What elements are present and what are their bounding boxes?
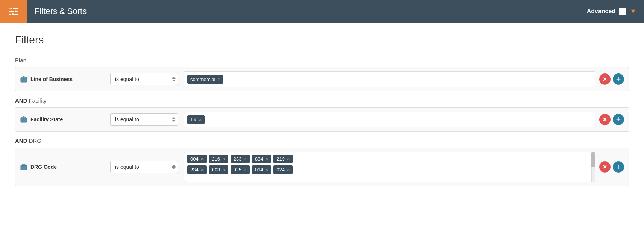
tag-tx-remove[interactable]: ×	[199, 117, 202, 122]
facility-state-operator-select[interactable]: is equal to is not equal to contains	[110, 113, 178, 126]
drg-tags-row-1: 004× 216× 233× 834× 219×	[187, 155, 592, 163]
group-drg-text: DRG	[29, 138, 41, 144]
cube-icon-drg	[20, 163, 27, 171]
tag-024-remove[interactable]: ×	[287, 167, 290, 172]
divider	[15, 49, 629, 49]
facility-state-operator-wrap[interactable]: is equal to is not equal to contains	[110, 113, 178, 126]
tag-commercial-text: commercial	[190, 77, 215, 82]
header-icon-box	[0, 0, 27, 23]
field-label-lob: Line of Business	[20, 75, 103, 83]
tag-233: 233×	[231, 155, 250, 163]
tag-234-remove[interactable]: ×	[201, 167, 204, 172]
lob-field-text: Line of Business	[30, 76, 73, 82]
tag-234: 234×	[187, 165, 207, 174]
tag-014-remove[interactable]: ×	[266, 167, 269, 172]
tag-219: 219×	[273, 155, 293, 163]
group-label-drg: AND DRG	[15, 138, 629, 144]
tag-216-remove[interactable]: ×	[222, 156, 225, 161]
svg-point-4	[15, 10, 17, 13]
drg-code-action-buttons: × +	[599, 161, 624, 173]
tag-834: 834×	[252, 155, 271, 163]
tag-219-remove[interactable]: ×	[287, 156, 290, 161]
facility-state-remove-button[interactable]: ×	[599, 114, 611, 125]
drg-tags-rows: 004× 216× 233× 834× 219× 234× 003× 025× …	[184, 152, 595, 176]
tag-commercial: commercial ×	[187, 75, 223, 84]
facility-state-add-button[interactable]: +	[613, 114, 624, 125]
cube-icon-facility	[20, 116, 27, 123]
tag-commercial-remove[interactable]: ×	[217, 77, 220, 82]
facility-state-action-buttons: × +	[599, 114, 624, 125]
svg-point-5	[12, 13, 14, 15]
tag-004-remove[interactable]: ×	[201, 156, 204, 161]
drg-code-field-text: DRG Code	[30, 164, 57, 170]
lob-operator-select[interactable]: is equal to is not equal to contains	[110, 73, 178, 85]
tag-233-remove[interactable]: ×	[244, 156, 247, 161]
drg-code-add-button[interactable]: +	[613, 161, 624, 173]
group-label-facility: AND Facility	[15, 97, 629, 104]
drg-code-operator-wrap[interactable]: is equal to is not equal to contains	[110, 161, 178, 173]
header: Filters & Sorts Advanced ▼	[0, 0, 644, 23]
drg-code-tags-area[interactable]: 004× 216× 233× 834× 219× 234× 003× 025× …	[184, 152, 595, 182]
lob-tags-area[interactable]: commercial ×	[184, 71, 595, 87]
filter-row-drg-code: DRG Code is equal to is not equal to con…	[15, 148, 629, 186]
header-dropdown-arrow-icon[interactable]: ▼	[630, 8, 636, 15]
facility-state-field-text: Facility State	[30, 116, 63, 122]
facility-state-tags-area[interactable]: TX ×	[184, 112, 595, 127]
group-facility-text: Facility	[29, 97, 47, 104]
advanced-label: Advanced	[587, 8, 615, 15]
lob-operator-wrap[interactable]: is equal to is not equal to contains	[110, 73, 178, 85]
tag-834-remove[interactable]: ×	[266, 156, 269, 161]
field-label-facility-state: Facility State	[20, 116, 103, 123]
filter-row-line-of-business: Line of Business is equal to is not equa…	[15, 67, 629, 91]
drg-code-remove-button[interactable]: ×	[599, 161, 611, 173]
tag-003-remove[interactable]: ×	[222, 167, 225, 172]
cube-icon-lob	[20, 75, 27, 83]
main-content: Filters Plan Line of Business is equal t…	[0, 23, 644, 248]
lob-action-buttons: × +	[599, 73, 624, 85]
sliders-icon	[8, 5, 20, 17]
tag-tx: TX ×	[187, 115, 205, 124]
group-facility-and: AND	[15, 97, 27, 104]
header-title: Filters & Sorts	[35, 6, 587, 16]
drg-scrollbar-track[interactable]	[591, 152, 595, 182]
tag-014: 014×	[252, 165, 271, 174]
drg-scrollbar-thumb[interactable]	[591, 152, 595, 167]
tag-003: 003×	[209, 165, 228, 174]
group-plan-text: Plan	[15, 57, 26, 63]
filters-title: Filters	[15, 34, 629, 46]
lob-add-button[interactable]: +	[613, 73, 624, 85]
drg-code-operator-select[interactable]: is equal to is not equal to contains	[110, 161, 178, 173]
advanced-checkbox[interactable]	[619, 8, 626, 15]
lob-remove-button[interactable]: ×	[599, 73, 611, 85]
svg-point-3	[10, 7, 13, 10]
tag-004: 004×	[187, 155, 207, 163]
tag-025-remove[interactable]: ×	[244, 167, 247, 172]
filter-row-facility-state: Facility State is equal to is not equal …	[15, 107, 629, 132]
header-right: Advanced ▼	[587, 8, 636, 15]
tag-216: 216×	[209, 155, 228, 163]
group-drg-and: AND	[15, 138, 27, 144]
tag-024: 024×	[273, 165, 293, 174]
tag-tx-text: TX	[190, 117, 197, 122]
group-label-plan: Plan	[15, 57, 629, 63]
field-label-drg-code: DRG Code	[20, 163, 103, 171]
drg-tags-row-2: 234× 003× 025× 014× 024×	[187, 165, 592, 174]
tag-025: 025×	[231, 165, 250, 174]
